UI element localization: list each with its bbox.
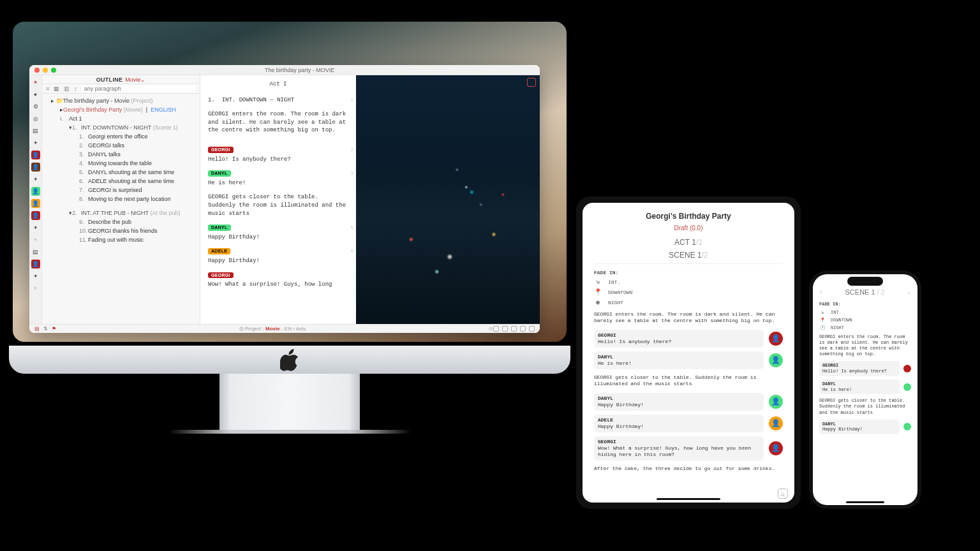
rail-adele-icon[interactable]: 👤 xyxy=(31,199,40,208)
iphone-dialog[interactable]: GEORGIHello! Is anybody there? xyxy=(819,361,900,376)
avatar-georgi-icon[interactable]: 👤 xyxy=(769,441,783,455)
imac-neck xyxy=(219,374,360,430)
rail-location-icon[interactable]: ◎ xyxy=(31,114,40,123)
rail-dot-icon[interactable]: ● xyxy=(31,90,40,99)
intext-icon: ⇲ xyxy=(594,279,602,286)
rail-book2-icon[interactable]: ▤ xyxy=(31,247,40,256)
action-2: GEORGI gets closer to the table. Suddenl… xyxy=(208,193,348,217)
home-button[interactable]: ⌂ xyxy=(778,489,788,499)
rail-georgi-icon[interactable]: 👤 xyxy=(31,151,40,159)
ipad-title: Georgi's Birthday Party xyxy=(594,212,783,221)
collapse-right-icon[interactable] xyxy=(527,78,536,87)
ipad-action-2: GEORGI gets closer to the table. Suddenl… xyxy=(594,374,783,388)
iphone-scene[interactable]: SCENE 1 / 2 xyxy=(822,288,908,296)
avatar-georgi-icon[interactable]: 👤 xyxy=(769,332,783,346)
iphone-action-1: GEORGI enters the room. The room is dark… xyxy=(819,334,911,357)
tree-row[interactable]: 1.Georgi enters the office xyxy=(42,132,200,141)
close-icon[interactable] xyxy=(34,68,40,73)
tree-row[interactable]: 2.GEORGI talks xyxy=(42,141,200,150)
slug-int: INT. xyxy=(608,280,620,285)
tree-row[interactable]: 8.Moving to the next party location xyxy=(42,195,200,203)
dialog-1: Hello! Is anybody there? xyxy=(208,156,348,164)
home-indicator[interactable] xyxy=(846,501,884,503)
imac-stand xyxy=(168,430,411,434)
avatar-danyl-icon[interactable]: 👤 xyxy=(769,353,783,367)
fade-in-label: FADE IN: xyxy=(819,302,911,307)
tool-lines-icon[interactable]: ≡ xyxy=(46,85,49,92)
char-tag-georgi2: GEORGI xyxy=(208,272,234,279)
ipad-draft[interactable]: Draft (0.0) xyxy=(594,224,783,231)
layout2-icon[interactable] xyxy=(502,326,508,332)
tree-row[interactable]: 5.DANYL shouting at the same time xyxy=(42,168,200,177)
ipad-act[interactable]: ACT 1/1 xyxy=(594,238,783,247)
rail-run4-icon[interactable]: ✦ xyxy=(31,272,40,281)
home-indicator[interactable] xyxy=(657,498,720,500)
rail-run3-icon[interactable]: ✦ xyxy=(31,223,40,232)
rail-georgi3-icon[interactable]: 👤 xyxy=(31,260,40,268)
tool-sort-icon[interactable]: ↕ xyxy=(74,85,77,92)
avatar-danyl-icon[interactable] xyxy=(903,423,911,430)
char-tag-adele: ADELE xyxy=(208,248,230,254)
footer-flag-icon[interactable]: ⚑ xyxy=(52,326,56,332)
rail-gear-icon[interactable]: ⚙ xyxy=(31,102,40,111)
avatar-danyl-icon[interactable] xyxy=(903,383,911,391)
avatar-adele-icon[interactable]: 👤 xyxy=(769,416,783,430)
avatar-georgi-icon[interactable] xyxy=(903,365,911,372)
ipad-dialog[interactable]: GEORGIHello! Is anybody there? xyxy=(594,330,764,348)
iphone-dialog[interactable]: DANYLHe is here! xyxy=(819,379,900,395)
search-input[interactable] xyxy=(82,85,196,92)
tree-row[interactable]: 7.GEORGI is surprised xyxy=(42,186,200,195)
rail-add-icon[interactable]: + xyxy=(31,235,40,244)
left-rail: ✶ ● ⚙ ◎ ▤ ✦ 👤 👤 ✦ 👤 👤 👤 ✦ + ▤ 👤 ✦ xyxy=(29,75,42,324)
rail-book-icon[interactable]: ▤ xyxy=(31,126,40,135)
footer-book-icon[interactable]: ▤ xyxy=(34,326,40,332)
imac-chin xyxy=(9,346,570,374)
intext-icon: ⇲ xyxy=(819,311,826,315)
layout3-icon[interactable] xyxy=(511,326,517,332)
tree-row[interactable]: 11.Fading out with music xyxy=(42,235,200,244)
rail-danyl-icon[interactable]: 👤 xyxy=(31,187,40,196)
rail-georgi2-icon[interactable]: 👤 xyxy=(31,211,40,220)
iphone-dialog[interactable]: DANYLHappy Birthday! xyxy=(819,420,900,435)
mode-label[interactable]: Movie⌄ xyxy=(125,77,145,83)
tree-row[interactable]: 4.Moving towards the table xyxy=(42,159,200,168)
avatar-danyl-icon[interactable]: 👤 xyxy=(769,395,783,409)
tree-scene-1[interactable]: ▾ 1.INT. DOWNTOWN - NIGHT (Scene 1) xyxy=(42,123,200,132)
footer-arrows-icon[interactable]: ⇅ xyxy=(43,326,48,332)
tree-scene-2[interactable]: ▾ 2.INT. AT THE PUB - NIGHT (At the pub) xyxy=(42,209,200,217)
ipad-scene[interactable]: SCENE 1/2 xyxy=(594,251,783,264)
rail-run-icon[interactable]: ✦ xyxy=(31,138,40,147)
tree-row[interactable]: 10.GEORGI thanks his friends xyxy=(42,226,200,235)
rail-add2-icon[interactable]: + xyxy=(31,284,40,293)
apple-logo-icon xyxy=(280,348,299,371)
minimize-icon[interactable] xyxy=(43,68,48,73)
script-editor[interactable]: Act I 1. INT. DOWNTOWN – NIGHT1 GEORGI e… xyxy=(200,75,356,324)
layout4-icon[interactable] xyxy=(520,326,526,332)
tree-row[interactable]: 6.ADELE shouting at the same time xyxy=(42,177,200,186)
fade-in-label: FADE IN: xyxy=(594,270,783,276)
rail-run2-icon[interactable]: ✦ xyxy=(31,175,40,184)
dialog-3: Happy Birthday! xyxy=(208,233,348,242)
ipad-dialog[interactable]: DANYLHappy Birthday! xyxy=(594,393,764,411)
ipad-dialog[interactable]: DANYLHe is here! xyxy=(594,351,764,369)
search-icon[interactable]: ⌕ xyxy=(908,290,911,295)
breadcrumb[interactable]: ◎ Project - Movie - EN › Acts ◎ xyxy=(56,326,493,332)
status-bar: ▤ ⇅ ⚑ ◎ Project - Movie - EN › Acts ◎ xyxy=(29,324,540,333)
tree-row[interactable]: 3.DANYL talks xyxy=(42,150,200,159)
ipad-dialog[interactable]: GEORGIWow! What a surprise! Guys, how lo… xyxy=(594,436,764,460)
tree-screenplay[interactable]: ▸ Georgi's Birthday Party (Movie) | ENGL… xyxy=(42,105,200,114)
rail-bookmark-icon[interactable]: ✶ xyxy=(31,78,40,87)
tree-act[interactable]: I.Act 1 xyxy=(42,114,200,123)
location-icon: 📍 xyxy=(594,290,602,296)
rail-dark-icon[interactable]: 👤 xyxy=(31,163,40,172)
tool-view2-icon[interactable]: ▥ xyxy=(64,85,70,92)
ipad-dialog[interactable]: ADELEHappy Birthday! xyxy=(594,415,764,432)
maximize-icon[interactable] xyxy=(51,68,56,73)
tree-row[interactable]: 9.Describe the pub xyxy=(42,217,200,226)
ipad-action-1: GEORGI enters the room. The room is dark… xyxy=(594,311,783,325)
action-1: GEORGI enters the room. The room is dark… xyxy=(208,110,348,135)
tool-view1-icon[interactable]: ▦ xyxy=(54,85,59,92)
layout5-icon[interactable] xyxy=(529,326,535,332)
tree-project[interactable]: ▸ 📁 The birthday party - Movie (Project) xyxy=(42,96,200,105)
layout1-icon[interactable] xyxy=(493,326,499,332)
